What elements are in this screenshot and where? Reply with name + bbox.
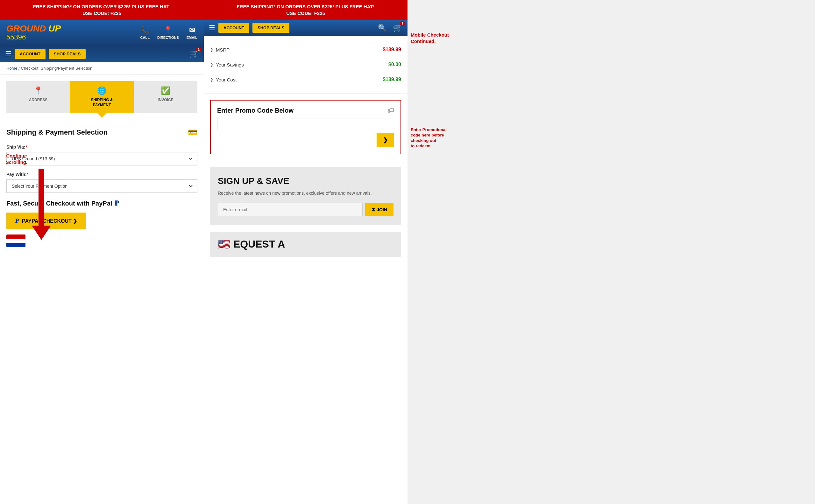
savings-chevron: ❯ [210,62,213,67]
right-panel: FREE SHIPPING* ON ORDERS OVER $225! PLUS… [204,0,408,504]
breadcrumb-separator: / [18,66,21,71]
promo-banner-left: FREE SHIPPING* ON ORDERS OVER $225! PLUS… [0,0,204,20]
savings-value: $0.00 [388,62,401,67]
paypal-p-icon: 𝐏 [15,218,19,224]
shipping-section: Shipping & Payment Selection 💳 Ship Via:… [0,119,204,504]
logo-number: 55396 [6,33,61,41]
cost-chevron: ❯ [210,77,213,82]
price-summary: ❯ MSRP $139.99 ❯ Your Savings $0.00 ❯ Yo [204,36,408,94]
savings-row: ❯ Your Savings $0.00 [210,57,401,72]
shipping-icon: 🌐 [97,86,107,95]
promo-right-line2: USE CODE: F225 [210,10,401,17]
request-text: 🇺🇸 EQUEST A [218,238,393,250]
cart-badge-left: 1 [196,47,201,52]
msrp-chevron: ❯ [210,47,213,52]
ship-via-group: Ship Via:* UPS Ground ($13.39) [6,144,197,165]
us-flag-partial: 🇺🇸 [218,238,230,250]
search-icon[interactable]: 🔍 [378,24,386,32]
directions-icon: 📍 [164,26,172,34]
steps-bar: 📍 ADDRESS 🌐 SHIPPING &PAYMENT ✅ INVOICE [0,75,204,119]
step-invoice[interactable]: ✅ INVOICE [134,81,197,113]
paypal-logo-icon: 𝐏 [115,199,119,207]
second-nav-left: ☰ ACCOUNT SHOP DEALS 🛒 1 [0,46,204,62]
shop-deals-button-right[interactable]: SHOP DEALS [252,23,289,33]
signup-title: SIGN UP & SAVE [218,176,393,186]
promo-box: Enter Promo Code Below 🏷 ❯ [210,100,401,154]
logo-up: UP [48,24,61,33]
cart-wrapper-right[interactable]: 🛒 1 [393,24,402,32]
left-panel: FREE SHIPPING* ON ORDERS OVER $225! PLUS… [0,0,204,504]
step-address[interactable]: 📍 ADDRESS [6,81,70,113]
cost-value: $139.99 [383,77,401,82]
nav-bar-left: GROUND UP 55396 📞 CALL 📍 DIRECTIONS [0,20,204,46]
shop-deals-button-left[interactable]: SHOP DEALS [49,49,86,59]
msrp-label: MSRP [216,47,229,53]
logo-ground: GROUND [6,24,46,33]
breadcrumb-current: Checkout: Shipping/Payment Selection [21,66,93,71]
promo-line1: FREE SHIPPING* ON ORDERS OVER $225! PLUS… [6,3,197,10]
savings-label: Your Savings [216,62,244,67]
promo-title: Enter Promo Code Below 🏷 [217,107,394,114]
call-label: CALL [140,36,150,39]
annotation-continue-scrolling: ContinueScrolling. [1,153,32,165]
signup-email-input[interactable] [218,203,362,216]
signup-description: Receive the latest news on new promotion… [218,190,393,197]
hamburger-button-right[interactable]: ☰ [209,24,215,32]
section-title: Shipping & Payment Selection [6,128,108,137]
cart-wrapper-left[interactable]: 🛒 1 [189,50,199,59]
address-icon: 📍 [33,86,43,95]
step-invoice-label: INVOICE [158,98,173,102]
signup-join-button[interactable]: ✉ JOIN [365,203,393,216]
email-icon: ✉ [189,26,195,34]
cost-label-group: ❯ Your Cost [210,77,236,82]
step-shipping-label: SHIPPING &PAYMENT [91,98,113,108]
directions-label: DIRECTIONS [157,36,179,39]
annotation-promo-note: Enter Promotionalcode here beforecheckin… [411,127,457,149]
ship-via-label: Ship Via:* [6,144,197,150]
signup-section: SIGN UP & SAVE Receive the latest news o… [210,167,401,225]
msrp-label-group: ❯ MSRP [210,47,229,53]
phone-icon: 📞 [141,26,149,34]
promo-line2: USE CODE: F225 [6,10,197,17]
msrp-row: ❯ MSRP $139.99 [210,42,401,57]
nav-icons: 📞 CALL 📍 DIRECTIONS ✉ EMAIL [140,26,197,39]
email-link[interactable]: ✉ EMAIL [186,26,197,39]
cost-row: ❯ Your Cost $139.99 [210,72,401,87]
logo: GROUND UP 55396 [6,24,61,41]
promo-submit-button[interactable]: ❯ [376,133,394,147]
promo-submit-icon: ❯ [383,137,388,143]
call-link[interactable]: 📞 CALL [140,26,150,39]
directions-link[interactable]: 📍 DIRECTIONS [157,26,179,39]
account-button-left[interactable]: ACCOUNT [15,49,46,59]
promo-submit-row: ❯ [217,133,394,147]
ship-via-select[interactable]: UPS Ground ($13.39) [6,152,197,165]
breadcrumb-home[interactable]: Home [6,66,18,71]
us-flag-icon [6,235,25,247]
cart-badge-right: 1 [400,21,405,26]
invoice-icon: ✅ [161,86,170,95]
join-btn-label: ✉ JOIN [371,207,387,212]
hamburger-button[interactable]: ☰ [5,50,11,58]
nav-bar-right: ☰ ACCOUNT SHOP DEALS 🔍 🛒 1 [204,20,408,36]
tag-icon: 🏷 [388,107,394,114]
credit-card-icon: 💳 [188,128,197,137]
step-shipping[interactable]: 🌐 SHIPPING &PAYMENT [70,81,134,113]
promo-input[interactable] [217,118,394,130]
step-address-label: ADDRESS [29,98,48,102]
email-label: EMAIL [186,36,197,39]
signup-form: ✉ JOIN [218,203,393,216]
account-button-right[interactable]: ACCOUNT [218,23,249,33]
savings-label-group: ❯ Your Savings [210,62,244,67]
promo-banner-right: FREE SHIPPING* ON ORDERS OVER $225! PLUS… [204,0,408,20]
scroll-arrow [32,169,51,240]
breadcrumb: Home / Checkout: Shipping/Payment Select… [0,62,204,75]
promo-right-line1: FREE SHIPPING* ON ORDERS OVER $225! PLUS… [210,3,401,10]
request-section: 🇺🇸 EQUEST A [210,232,401,257]
annotation-mobile-checkout: Mobile CheckoutContinued. [411,32,455,44]
cost-label: Your Cost [216,77,236,82]
msrp-value: $139.99 [383,47,401,53]
section-header: Shipping & Payment Selection 💳 [6,128,197,137]
